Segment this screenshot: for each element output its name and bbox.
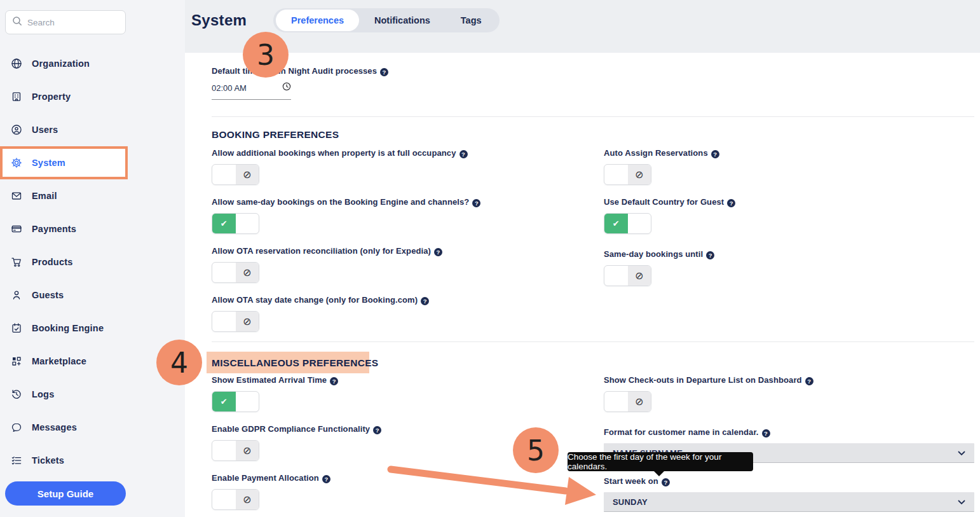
tab-tags[interactable]: Tags [446, 10, 497, 31]
preferences-panel: Default time to run Night Audit processe… [185, 53, 980, 517]
help-icon[interactable] [706, 251, 714, 259]
user-circle-icon [11, 124, 22, 135]
sidebar-item-system[interactable]: System [0, 146, 128, 179]
toggle-ota-stay-date-change[interactable] [212, 311, 259, 332]
sidebar-item-products[interactable]: Products [0, 245, 130, 279]
page-header: System Preferences Notifications Tags [185, 0, 980, 53]
sidebar-item-users[interactable]: Users [0, 113, 130, 146]
toggle-payment-allocation[interactable] [212, 489, 259, 510]
sidebar-item-label: Organization [32, 59, 90, 69]
setting-field: Show Estimated Arrival Time [212, 375, 338, 412]
credit-card-icon [11, 223, 22, 235]
setting-label: Same-day bookings until [604, 249, 714, 259]
help-icon[interactable] [421, 297, 429, 305]
help-icon[interactable] [805, 377, 813, 385]
night-audit-time-input[interactable]: 02:00 AM [212, 82, 291, 100]
sidebar: Organization Property Users System Email [0, 0, 185, 517]
setting-field: Allow OTA stay date change (only for Boo… [212, 294, 429, 332]
search-box[interactable] [5, 10, 126, 34]
sidebar-item-label: Tickets [32, 455, 64, 465]
setting-label: Enable Payment Allocation [212, 472, 330, 483]
check-icon [212, 214, 236, 233]
sidebar-item-logs[interactable]: Logs [0, 378, 130, 411]
search-input[interactable] [27, 18, 110, 27]
sidebar-item-organization[interactable]: Organization [0, 47, 130, 80]
person-icon [11, 289, 22, 301]
select-start-week-on[interactable]: SUNDAY [604, 492, 974, 512]
sidebar-item-label: Booking Engine [32, 323, 104, 333]
setting-label: Start week on [604, 476, 974, 486]
toggle-default-country-guest[interactable] [604, 213, 651, 234]
sidebar-item-payments[interactable]: Payments [0, 212, 130, 245]
prohibited-icon [236, 165, 259, 184]
toggle-allow-additional-bookings[interactable] [212, 164, 259, 185]
toggle-show-checkouts-departure[interactable] [604, 391, 651, 412]
setting-label: Auto Assign Reservations [604, 148, 719, 158]
toggle-show-estimated-arrival[interactable] [212, 391, 259, 412]
setting-label: Enable GDPR Compliance Functionality [212, 424, 381, 434]
check-icon [212, 392, 236, 411]
setting-field: Show Check-outs in Departure List on Das… [604, 375, 813, 412]
sidebar-item-label: Payments [32, 224, 76, 234]
sidebar-item-messages[interactable]: Messages [0, 411, 130, 444]
sidebar-item-email[interactable]: Email [0, 179, 130, 212]
help-icon[interactable] [380, 68, 388, 76]
gear-icon [11, 157, 22, 169]
divider [212, 341, 974, 342]
help-icon[interactable] [662, 478, 670, 486]
setting-field: Use Default Country for Guest [604, 196, 735, 234]
toggle-ota-reconciliation[interactable] [212, 262, 259, 283]
prohibited-icon [236, 263, 259, 282]
toggle-auto-assign-reservations[interactable] [604, 164, 651, 185]
tab-group: Preferences Notifications Tags [273, 8, 500, 32]
setting-label: Show Estimated Arrival Time [212, 375, 338, 385]
setting-label: Allow OTA reservation reconciliation (on… [212, 245, 442, 256]
prohibited-icon [236, 441, 259, 460]
help-icon[interactable] [727, 199, 735, 207]
check-icon [604, 214, 628, 233]
chevron-down-icon [958, 496, 965, 507]
toggle-gdpr-compliance[interactable] [212, 440, 259, 461]
help-icon[interactable] [762, 429, 770, 438]
help-icon[interactable] [711, 150, 719, 158]
setting-field: Allow OTA reservation reconciliation (on… [212, 245, 442, 283]
prohibited-icon [628, 392, 651, 411]
section-title-booking: BOOKING PREFERENCES [212, 129, 339, 141]
divider [212, 116, 974, 117]
help-icon[interactable] [330, 377, 338, 385]
help-icon[interactable] [459, 150, 468, 158]
search-icon [12, 16, 22, 29]
help-icon[interactable] [373, 426, 381, 434]
help-icon[interactable] [472, 199, 480, 207]
setting-label: Show Check-outs in Departure List on Das… [604, 375, 813, 385]
section-title-misc: MISCELLANEOUS PREFERENCES [212, 357, 378, 369]
sidebar-item-booking-engine[interactable]: Booking Engine [0, 312, 130, 345]
toggle-same-day-bookings-until[interactable] [604, 265, 651, 286]
checklist-icon [11, 455, 22, 466]
sidebar-item-marketplace[interactable]: Marketplace [0, 345, 130, 378]
sidebar-nav: Organization Property Users System Email [0, 47, 130, 477]
toggle-same-day-bookings[interactable] [212, 213, 259, 234]
step-4-badge: 4 [156, 340, 202, 385]
sidebar-item-property[interactable]: Property [0, 80, 130, 113]
help-icon[interactable] [434, 248, 442, 256]
clock-icon [282, 82, 291, 93]
prohibited-icon [628, 266, 651, 286]
prohibited-icon [236, 490, 259, 509]
sidebar-item-guests[interactable]: Guests [0, 279, 130, 312]
tab-preferences[interactable]: Preferences [276, 10, 359, 31]
sidebar-item-tickets[interactable]: Tickets [0, 444, 130, 477]
setting-label: Allow same-day bookings on the Booking E… [212, 196, 480, 207]
step-5-badge: 5 [513, 427, 559, 473]
cart-icon [11, 256, 22, 268]
setting-field: Allow additional bookings when property … [212, 148, 468, 185]
setting-field: Auto Assign Reservations [604, 148, 719, 185]
time-value: 02:00 AM [212, 83, 247, 93]
page-title: System [191, 11, 247, 29]
setup-guide-button[interactable]: Setup Guide [5, 481, 126, 506]
setting-label: Default time to run Night Audit processe… [212, 65, 388, 76]
help-icon[interactable] [322, 475, 330, 483]
tab-notifications[interactable]: Notifications [359, 10, 446, 31]
calendar-check-icon [11, 322, 22, 334]
sidebar-item-label: Property [32, 92, 71, 102]
